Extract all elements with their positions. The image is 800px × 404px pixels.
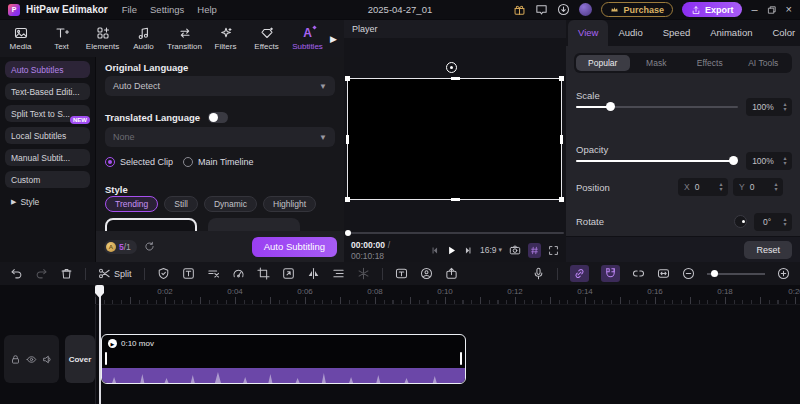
snapshot-icon[interactable] — [509, 244, 521, 256]
purchase-button[interactable]: Purchase — [601, 2, 673, 17]
playhead[interactable] — [99, 285, 101, 404]
resize-icon[interactable] — [282, 267, 295, 280]
tab-color[interactable]: Color — [762, 20, 800, 46]
subtab-ai-tools[interactable]: AI Tools — [737, 55, 791, 71]
redo-icon[interactable] — [35, 267, 48, 280]
timeline-zoom-slider[interactable] — [707, 269, 765, 278]
microphone-icon[interactable] — [532, 267, 545, 280]
chip-highlight[interactable]: Highlight — [263, 196, 316, 212]
opacity-stepper[interactable]: ▴▾ — [780, 156, 790, 166]
speaker-profile-icon[interactable] — [420, 267, 433, 280]
play-icon[interactable] — [446, 245, 457, 256]
y-stepper[interactable]: ▴▾ — [771, 182, 781, 192]
tab-subtitles[interactable]: A Subtitles — [287, 27, 328, 51]
subtab-effects[interactable]: Effects — [683, 55, 737, 71]
flip-icon[interactable] — [307, 267, 320, 280]
menu-settings[interactable]: Settings — [150, 4, 184, 15]
mute-icon[interactable] — [42, 354, 53, 365]
minimize-button[interactable]: – — [751, 0, 757, 19]
clip-trim-right-handle[interactable] — [460, 352, 462, 365]
gift-icon[interactable] — [513, 3, 526, 16]
x-stepper[interactable]: ▴▾ — [716, 182, 726, 192]
lock-icon[interactable] — [10, 354, 21, 365]
tab-animation[interactable]: Animation — [700, 20, 762, 46]
zoom-knob[interactable] — [711, 270, 718, 277]
split-button[interactable]: Split — [98, 267, 132, 280]
scale-stepper[interactable]: ▴▾ — [780, 102, 790, 112]
resize-handle-se[interactable] — [559, 197, 564, 202]
translated-language-dropdown[interactable]: None ▼ — [105, 127, 335, 147]
resize-handle-nw[interactable] — [345, 76, 350, 81]
avatar[interactable] — [579, 3, 592, 16]
scale-value-box[interactable]: 100% ▴▾ — [746, 98, 792, 116]
delete-icon[interactable] — [60, 267, 73, 280]
slider-knob[interactable] — [729, 156, 738, 165]
more-tabs-chevron-icon[interactable]: ▶ — [330, 34, 337, 44]
tab-elements[interactable]: Elements — [82, 26, 123, 51]
reset-button[interactable]: Reset — [744, 241, 792, 259]
unlink-icon[interactable] — [632, 267, 645, 280]
tab-media[interactable]: Media — [0, 26, 41, 51]
tab-view[interactable]: View — [568, 20, 608, 46]
tab-audio[interactable]: Audio — [123, 26, 164, 51]
tab-text[interactable]: Text — [41, 26, 82, 51]
rotate-stepper[interactable]: ▴▾ — [780, 217, 790, 227]
original-language-dropdown[interactable]: Auto Detect ▼ — [105, 76, 335, 96]
resize-handle-w[interactable] — [346, 135, 349, 144]
sidebar-item-local-subtitles[interactable]: Local Subtitles — [5, 127, 90, 144]
previous-frame-icon[interactable] — [430, 246, 439, 255]
tab-speed[interactable]: Speed — [653, 20, 700, 46]
feedback-icon[interactable] — [535, 3, 548, 16]
sidebar-item-style[interactable]: ▶Style — [5, 193, 90, 210]
position-x-box[interactable]: X 0 ▴▾ — [678, 178, 728, 196]
crop-icon[interactable] — [257, 267, 270, 280]
text-template-icon[interactable] — [395, 267, 408, 280]
restore-button[interactable] — [767, 5, 777, 15]
grid-toggle-button[interactable] — [528, 243, 541, 258]
fit-timeline-icon[interactable] — [657, 267, 670, 280]
refresh-icon[interactable] — [144, 241, 155, 252]
tab-filters[interactable]: Filters — [205, 26, 246, 51]
text-box-icon[interactable] — [182, 267, 195, 280]
rotate-dial[interactable] — [734, 215, 747, 228]
slider-knob[interactable] — [606, 102, 615, 111]
speed-icon[interactable] — [232, 267, 245, 280]
align-icon[interactable] — [332, 267, 345, 280]
resize-handle-sw[interactable] — [345, 197, 350, 202]
undo-icon[interactable] — [10, 267, 23, 280]
seek-bar[interactable] — [346, 232, 564, 234]
shield-icon[interactable] — [157, 267, 170, 280]
export-button[interactable]: Export — [682, 2, 743, 17]
export-clip-icon[interactable] — [445, 267, 458, 280]
step-down-icon[interactable]: ▾ — [783, 222, 786, 227]
eye-icon[interactable] — [26, 354, 37, 365]
tab-effects[interactable]: Effects — [246, 26, 287, 51]
freeze-icon[interactable] — [357, 267, 370, 280]
cover-button[interactable]: Cover — [65, 335, 95, 383]
chip-dynamic[interactable]: Dynamic — [204, 196, 257, 212]
opacity-value-box[interactable]: 100% ▴▾ — [746, 152, 792, 170]
resize-handle-n[interactable] — [451, 77, 460, 80]
resize-handle-ne[interactable] — [559, 76, 564, 81]
step-down-icon[interactable]: ▾ — [783, 161, 786, 166]
sidebar-item-manual-subtitles[interactable]: Manual Subtit... — [5, 149, 90, 166]
magnet-icon[interactable] — [601, 265, 620, 282]
radio-selected-clip[interactable]: Selected Clip — [105, 157, 173, 167]
next-frame-icon[interactable] — [464, 246, 473, 255]
chip-still[interactable]: Still — [164, 196, 198, 212]
zoom-out-icon[interactable] — [682, 267, 695, 280]
step-down-icon[interactable]: ▾ — [783, 107, 786, 112]
tab-audio-props[interactable]: Audio — [608, 20, 652, 46]
subtitle-edit-icon[interactable] — [207, 267, 220, 280]
clip-trim-left-handle[interactable] — [105, 352, 107, 365]
subtab-mask[interactable]: Mask — [630, 55, 684, 71]
scale-slider[interactable] — [576, 102, 738, 111]
menu-file[interactable]: File — [122, 4, 137, 15]
step-down-icon[interactable]: ▾ — [719, 187, 722, 192]
close-button[interactable]: × — [786, 0, 792, 19]
translated-language-toggle[interactable] — [208, 112, 228, 123]
tab-transition[interactable]: Transition — [164, 26, 205, 51]
resize-handle-s[interactable] — [451, 198, 460, 201]
sidebar-item-auto-subtitles[interactable]: Auto Subtitles — [5, 61, 90, 78]
sidebar-item-custom[interactable]: Custom — [5, 171, 90, 188]
